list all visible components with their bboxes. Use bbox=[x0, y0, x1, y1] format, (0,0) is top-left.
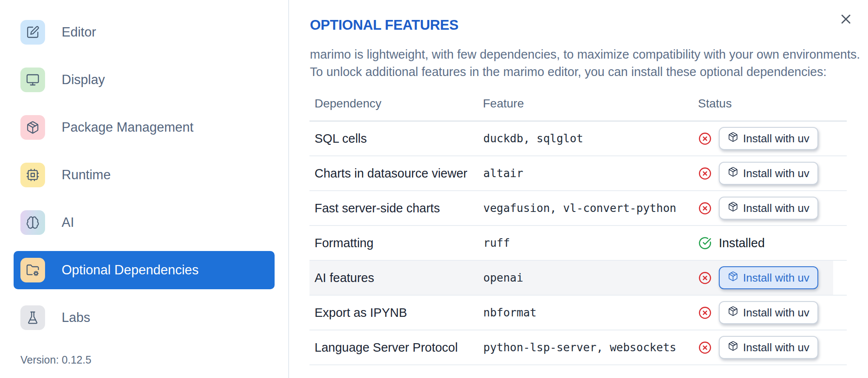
dependency-cell: SQL cells bbox=[309, 121, 483, 156]
circle-check-icon bbox=[698, 237, 712, 250]
circle-x-icon bbox=[698, 306, 712, 319]
table-row: Fast server-side charts vegafusion, vl-c… bbox=[309, 191, 847, 226]
package-icon bbox=[728, 132, 738, 145]
package-icon bbox=[728, 201, 738, 215]
row-gutter bbox=[833, 260, 847, 295]
row-gutter bbox=[833, 226, 847, 260]
install-button-label: Install with uv bbox=[743, 306, 809, 319]
table-row: Export as IPYNB nbformat Install with uv bbox=[309, 295, 847, 330]
circle-x-icon bbox=[698, 167, 712, 180]
close-button[interactable] bbox=[836, 9, 856, 30]
table-row: Language Server Protocol python-lsp-serv… bbox=[309, 330, 847, 365]
install-with-uv-button[interactable]: Install with uv bbox=[719, 266, 818, 289]
status-cell: Install with uv bbox=[697, 295, 833, 330]
install-button-label: Install with uv bbox=[743, 341, 809, 354]
sidebar-item-package-management[interactable]: Package Management bbox=[14, 108, 275, 147]
install-with-uv-button[interactable]: Install with uv bbox=[719, 127, 818, 150]
sidebar-item-label: Editor bbox=[62, 25, 96, 40]
row-gutter bbox=[833, 330, 847, 365]
brain-icon bbox=[20, 210, 45, 235]
sidebar-item-label: AI bbox=[62, 215, 74, 230]
sidebar-item-display[interactable]: Display bbox=[14, 61, 275, 99]
status-cell: Install with uv bbox=[697, 191, 833, 226]
sidebar-item-label: Display bbox=[62, 72, 105, 87]
install-with-uv-button[interactable]: Install with uv bbox=[719, 197, 818, 220]
feature-cell: vegafusion, vl-convert-python bbox=[483, 191, 697, 226]
column-header-dependency: Dependency bbox=[309, 94, 483, 121]
square-pen-icon bbox=[20, 20, 45, 45]
dependency-cell: Charts in datasource viewer bbox=[309, 156, 483, 191]
dependency-cell: AI features bbox=[309, 260, 483, 295]
feature-cell: python-lsp-server, websockets bbox=[483, 330, 697, 365]
feature-cell: openai bbox=[483, 260, 697, 295]
table-row: AI features openai Install with uv bbox=[309, 260, 847, 295]
page-title: OPTIONAL FEATURES bbox=[310, 17, 458, 33]
cpu-icon bbox=[20, 163, 45, 187]
install-with-uv-button[interactable]: Install with uv bbox=[719, 301, 818, 324]
install-button-label: Install with uv bbox=[743, 132, 809, 145]
sidebar-item-ai[interactable]: AI bbox=[14, 203, 275, 242]
sidebar-item-labs[interactable]: Labs bbox=[14, 299, 275, 337]
sidebar-nav: Editor Display Package Management Runtim… bbox=[0, 13, 288, 337]
sidebar-item-editor[interactable]: Editor bbox=[14, 13, 275, 51]
feature-cell: altair bbox=[483, 156, 697, 191]
sidebar-item-label: Optional Dependencies bbox=[62, 262, 199, 278]
dependency-cell: Language Server Protocol bbox=[309, 330, 483, 365]
package-icon bbox=[728, 306, 738, 319]
install-button-label: Install with uv bbox=[743, 202, 809, 215]
table-body: SQL cells duckdb, sqlglot Install with u… bbox=[309, 121, 847, 365]
package-icon bbox=[728, 271, 738, 285]
install-button-label: Install with uv bbox=[743, 271, 809, 285]
dependency-cell: Fast server-side charts bbox=[309, 191, 483, 226]
column-header-feature: Feature bbox=[483, 94, 697, 121]
row-gutter bbox=[833, 191, 847, 226]
circle-x-icon bbox=[698, 132, 712, 145]
sidebar-item-label: Labs bbox=[62, 310, 90, 325]
settings-sidebar: Editor Display Package Management Runtim… bbox=[0, 0, 289, 378]
circle-x-icon bbox=[698, 202, 712, 215]
sidebar-item-label: Runtime bbox=[62, 167, 111, 183]
install-with-uv-button[interactable]: Install with uv bbox=[719, 336, 818, 359]
installed-label: Installed bbox=[719, 236, 765, 250]
version-label: Version: 0.12.5 bbox=[20, 354, 91, 366]
feature-cell: nbformat bbox=[483, 295, 697, 330]
status-cell: Install with uv bbox=[697, 121, 833, 156]
flask-icon bbox=[20, 305, 45, 330]
feature-cell: duckdb, sqlglot bbox=[483, 121, 697, 156]
dependency-cell: Formatting bbox=[309, 226, 483, 260]
install-button-label: Install with uv bbox=[743, 167, 809, 180]
sidebar-item-optional-dependencies[interactable]: Optional Dependencies bbox=[14, 251, 275, 289]
package-icon bbox=[728, 166, 738, 180]
circle-x-icon bbox=[698, 341, 712, 354]
status-cell: Install with uv bbox=[697, 156, 833, 191]
close-icon bbox=[838, 11, 854, 28]
table-row: Charts in datasource viewer altair Insta… bbox=[309, 156, 847, 191]
panel-description: marimo is lightweight, with few dependen… bbox=[310, 46, 860, 81]
circle-x-icon bbox=[698, 271, 712, 285]
feature-cell: ruff bbox=[483, 226, 697, 260]
status-cell: Install with uv bbox=[697, 260, 833, 295]
dependencies-table: Dependency Feature Status SQL cells duck… bbox=[309, 94, 847, 365]
row-gutter bbox=[833, 121, 847, 156]
sidebar-item-runtime[interactable]: Runtime bbox=[14, 156, 275, 194]
column-header-status: Status bbox=[697, 94, 833, 121]
folder-cog-icon bbox=[20, 258, 45, 282]
sidebar-item-label: Package Management bbox=[62, 120, 193, 135]
table-row: Formatting ruff Installed bbox=[309, 226, 847, 260]
dependency-cell: Export as IPYNB bbox=[309, 295, 483, 330]
column-header-gutter bbox=[833, 94, 847, 121]
table-row: SQL cells duckdb, sqlglot Install with u… bbox=[309, 121, 847, 156]
package-icon bbox=[728, 341, 738, 354]
optional-features-panel: OPTIONAL FEATURES marimo is lightweight,… bbox=[290, 0, 868, 378]
status-cell: Installed bbox=[697, 226, 833, 260]
row-gutter bbox=[833, 295, 847, 330]
install-with-uv-button[interactable]: Install with uv bbox=[719, 162, 818, 185]
status-cell: Install with uv bbox=[697, 330, 833, 365]
package-icon bbox=[20, 115, 45, 140]
row-gutter bbox=[833, 156, 847, 191]
monitor-icon bbox=[20, 68, 45, 92]
